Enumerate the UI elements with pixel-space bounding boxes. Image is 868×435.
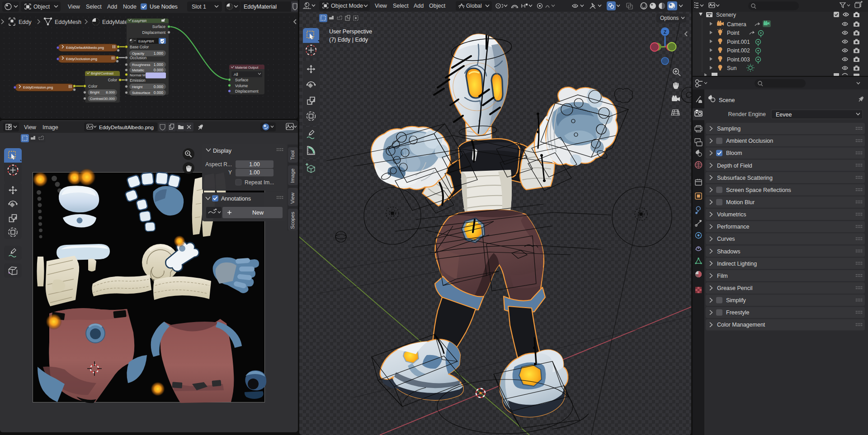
- svg-text:0.000: 0.000: [154, 68, 164, 72]
- svg-text:Global: Global: [466, 3, 482, 9]
- svg-text:Node: Node: [123, 4, 137, 10]
- svg-text:(7) Eddy | Eddy: (7) Eddy | Eddy: [329, 37, 368, 43]
- svg-text:Annotations: Annotations: [221, 196, 251, 202]
- svg-text:Select: Select: [393, 3, 409, 9]
- svg-text:1.00: 1.00: [249, 161, 260, 168]
- svg-text:Indirect Lighting: Indirect Lighting: [717, 261, 757, 267]
- svg-text:Depth of Field: Depth of Field: [717, 163, 752, 169]
- svg-text:EddyDefaultAlbedo.png: EddyDefaultAlbedo.png: [66, 46, 104, 50]
- svg-text:Grease Pencil: Grease Pencil: [717, 285, 753, 291]
- svg-text:Emission: Emission: [130, 78, 146, 83]
- svg-text:Height: Height: [132, 85, 143, 89]
- svg-text:Z: Z: [664, 29, 667, 35]
- svg-text:View: View: [375, 3, 387, 9]
- svg-text:Screen Space Reflections: Screen Space Reflections: [726, 187, 791, 193]
- svg-text:Volumetrics: Volumetrics: [717, 211, 746, 218]
- svg-text:Subsurface: Subsurface: [132, 91, 151, 95]
- svg-text:Contrast: Contrast: [90, 97, 104, 101]
- svg-text:Object: Object: [429, 3, 446, 9]
- svg-text:Base Color: Base Color: [130, 45, 149, 49]
- svg-text:Image: Image: [42, 124, 58, 131]
- svg-text:Color: Color: [108, 78, 117, 82]
- svg-text:New: New: [252, 210, 264, 216]
- svg-text:View: View: [24, 124, 37, 131]
- svg-text:Options: Options: [660, 15, 679, 21]
- svg-text:Material Output: Material Output: [235, 65, 259, 70]
- svg-text:1.00: 1.00: [249, 169, 260, 176]
- svg-text:Scenery: Scenery: [716, 12, 736, 18]
- svg-text:0.000: 0.000: [154, 90, 164, 95]
- svg-text:Point.003: Point.003: [727, 56, 750, 63]
- svg-text:Surface: Surface: [152, 24, 166, 29]
- svg-text:Curves: Curves: [717, 236, 735, 242]
- svg-text:Sun: Sun: [727, 65, 736, 71]
- svg-text:Add: Add: [414, 3, 424, 9]
- svg-text:1.000: 1.000: [154, 51, 164, 56]
- svg-text:Sampling: Sampling: [717, 126, 741, 132]
- svg-text:Normal Ma: Normal Ma: [130, 73, 148, 77]
- svg-text:Point.002: Point.002: [727, 47, 750, 54]
- svg-text:30.000: 30.000: [104, 97, 115, 101]
- svg-text:Bloom: Bloom: [726, 150, 742, 156]
- svg-text:Add: Add: [107, 4, 117, 10]
- svg-text:Volume: Volume: [235, 84, 248, 88]
- svg-text:EddyEmission.png: EddyEmission.png: [23, 85, 53, 89]
- svg-text:User Perspective: User Perspective: [329, 28, 372, 35]
- svg-text:Point: Point: [727, 30, 740, 36]
- svg-text:Use Nodes: Use Nodes: [150, 4, 178, 10]
- svg-text:Motion Blur: Motion Blur: [726, 199, 755, 206]
- svg-text:Color Management: Color Management: [717, 322, 765, 328]
- svg-text:Ambient Occlusion: Ambient Occlusion: [726, 138, 773, 144]
- svg-text:Slot 1: Slot 1: [192, 4, 206, 10]
- svg-text:Repeat Im...: Repeat Im...: [245, 179, 274, 186]
- svg-text:1.000: 1.000: [154, 62, 164, 67]
- svg-text:Display: Display: [213, 148, 232, 154]
- svg-text:Opacity: Opacity: [132, 51, 144, 56]
- svg-text:Eevee: Eevee: [776, 112, 792, 118]
- svg-text:All: All: [234, 72, 238, 77]
- svg-text:Image: Image: [290, 168, 295, 183]
- svg-text:Subsurface Scattering: Subsurface Scattering: [717, 175, 773, 181]
- svg-text:Camera: Camera: [727, 21, 746, 28]
- svg-text:Select: Select: [86, 4, 102, 10]
- svg-text:EddyPBR: EddyPBR: [138, 39, 154, 43]
- svg-text:EddyPBR: EddyPBR: [132, 19, 147, 23]
- svg-text:Performance: Performance: [717, 224, 750, 230]
- svg-text:Surface: Surface: [235, 78, 249, 82]
- svg-text:Metallic: Metallic: [132, 68, 144, 72]
- svg-text:Object Mode: Object Mode: [331, 3, 363, 9]
- svg-text:Scopes: Scopes: [290, 211, 295, 229]
- svg-text:Aspect R...: Aspect R...: [205, 161, 232, 168]
- svg-text:Bright/Contrast: Bright/Contrast: [91, 71, 114, 75]
- svg-text:Render Engine: Render Engine: [728, 111, 766, 117]
- svg-text:Occlusion: Occlusion: [130, 56, 147, 60]
- svg-text:Object: Object: [33, 4, 50, 10]
- svg-text:Color: Color: [88, 84, 97, 89]
- svg-text:0.000: 0.000: [154, 84, 164, 89]
- svg-text:EddyOcclusion.png: EddyOcclusion.png: [66, 57, 97, 61]
- svg-text:View: View: [290, 192, 295, 204]
- svg-text:EddyMesh: EddyMesh: [55, 19, 81, 25]
- svg-text:Film: Film: [717, 273, 728, 279]
- svg-text:EddyDefaultAlbedo.png: EddyDefaultAlbedo.png: [99, 125, 154, 130]
- svg-text:EddyMaterial: EddyMaterial: [244, 4, 277, 10]
- svg-text:Scene: Scene: [719, 97, 735, 103]
- svg-text:Simplify: Simplify: [726, 297, 746, 304]
- svg-text:Displacement: Displacement: [142, 30, 166, 35]
- svg-text:Bright: Bright: [90, 90, 100, 94]
- svg-text:Eddy: Eddy: [19, 19, 32, 25]
- svg-text:Point.001: Point.001: [727, 39, 750, 45]
- svg-text:View: View: [68, 4, 80, 10]
- svg-text:Shadows: Shadows: [717, 248, 740, 255]
- svg-text:Freestyle: Freestyle: [726, 309, 749, 316]
- svg-text:Displacement: Displacement: [235, 89, 259, 94]
- svg-text:Roughness: Roughness: [132, 63, 150, 67]
- svg-text:Tool: Tool: [290, 150, 295, 160]
- svg-text:Y: Y: [228, 169, 232, 176]
- svg-text:8.000: 8.000: [106, 90, 115, 94]
